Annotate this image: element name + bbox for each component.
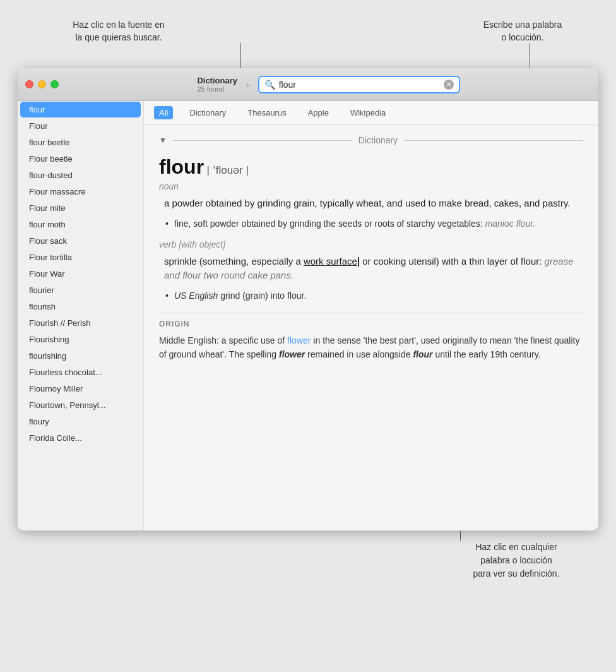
sidebar-item[interactable]: Flour — [20, 118, 141, 134]
sidebar-item[interactable]: Flour War — [20, 266, 141, 282]
sidebar-item[interactable]: flourishing — [20, 348, 141, 364]
main-definition-verb: sprinkle (something, especially a work s… — [164, 255, 583, 283]
traffic-lights — [25, 80, 59, 88]
main-content: All Dictionary Thesaurus Apple Wikipedia… — [144, 101, 598, 531]
close-button[interactable] — [25, 80, 33, 88]
search-clear-button[interactable]: ✕ — [444, 80, 454, 90]
maximize-button[interactable] — [50, 80, 59, 88]
origin-section: ORIGIN Middle English: a specific use of… — [159, 313, 583, 362]
cursor-pos — [358, 257, 359, 267]
section-header: ▼ Dictionary — [159, 135, 583, 145]
main-definition-noun: a powder obtained by grinding grain, typ… — [164, 196, 583, 211]
sidebar-item[interactable]: Flournoy Miller — [20, 381, 141, 397]
sidebar-item[interactable]: floury — [20, 414, 141, 429]
sidebar-item[interactable]: flourier — [20, 282, 141, 298]
sidebar-item[interactable]: Flour mite — [20, 200, 141, 216]
sidebar-item[interactable]: Flour beetle — [20, 151, 141, 167]
noun-section: noun a powder obtained by grinding grain… — [159, 181, 583, 231]
sidebar-item[interactable]: Flour sack — [20, 233, 141, 249]
work-surface-link[interactable]: work surface — [304, 256, 357, 267]
tab-all[interactable]: All — [154, 106, 173, 119]
example-manioc: manioc flour. — [485, 219, 536, 229]
sidebar-item[interactable]: flour — [20, 102, 141, 117]
annotation-top-right: Escribe una palabra o locución. — [466, 19, 579, 44]
sidebar-item[interactable]: Flourish // Perish — [20, 315, 141, 331]
result-count: 25 found — [197, 85, 237, 93]
sidebar-item[interactable]: Florida Colle... — [20, 430, 141, 446]
tab-wikipedia[interactable]: Wikipedia — [345, 106, 391, 119]
origin-flour-bold: flour — [413, 349, 432, 359]
chevron-button[interactable]: › — [244, 78, 252, 91]
annotation-arrow-left — [240, 43, 241, 68]
window-title: Dictionary — [197, 76, 237, 85]
sub-definition-noun: fine, soft powder obtained by grinding t… — [174, 217, 583, 231]
tabs-bar: All Dictionary Thesaurus Apple Wikipedia — [144, 101, 598, 125]
word-entry: flour | ˈflouər | noun a powder obtained… — [159, 155, 583, 361]
sidebar-item[interactable]: flour beetle — [20, 135, 141, 150]
sidebar-item[interactable]: Flourtown, Pennsyl... — [20, 397, 141, 413]
annotation-bottom-right: Haz clic en cualquier palabra o locución… — [453, 541, 579, 580]
dictionary-window: Dictionary 25 found › 🔍 ✕ flourFlourflou… — [18, 68, 598, 531]
annotation-arrow-right — [530, 43, 530, 68]
sidebar-item[interactable]: Flour tortilla — [20, 249, 141, 265]
origin-flower-bold: flower — [279, 349, 305, 359]
minimize-button[interactable] — [38, 80, 46, 88]
tab-thesaurus[interactable]: Thesaurus — [242, 106, 291, 119]
window-title-block: Dictionary 25 found — [197, 76, 237, 93]
tab-apple[interactable]: Apple — [303, 106, 334, 119]
annotation-top-left: Haz clic en la fuente en la que quieras … — [56, 19, 182, 44]
sidebar-item[interactable]: Flourless chocolat... — [20, 364, 141, 380]
sidebar-item[interactable]: flour-dusted — [20, 167, 141, 183]
section-line-left — [173, 140, 352, 141]
dictionary-content: ▼ Dictionary flour | ˈflouər | noun — [144, 125, 598, 531]
section-collapse-triangle[interactable]: ▼ — [159, 136, 167, 145]
pos-noun: noun — [159, 181, 583, 191]
sidebar-item[interactable]: Flour massacre — [20, 184, 141, 200]
search-icon: 🔍 — [264, 80, 275, 90]
origin-flower-link[interactable]: flower — [287, 335, 311, 345]
sub-definition-verb: US English grind (grain) into flour. — [174, 289, 583, 303]
origin-text: Middle English: a specific use of flower… — [159, 333, 583, 362]
section-label: Dictionary — [358, 135, 398, 145]
origin-label: ORIGIN — [159, 313, 583, 328]
section-line-right — [404, 140, 583, 141]
search-input[interactable] — [279, 80, 440, 90]
sidebar-item[interactable]: flour moth — [20, 217, 141, 232]
search-box[interactable]: 🔍 ✕ — [258, 76, 460, 93]
word-headword[interactable]: flour — [159, 155, 204, 178]
sidebar: flourFlourflour beetleFlour beetleflour-… — [18, 101, 144, 531]
word-pronunciation: | ˈflouər | — [207, 164, 249, 176]
tab-dictionary[interactable]: Dictionary — [184, 106, 231, 119]
content-area: flourFlourflour beetleFlour beetleflour-… — [18, 101, 598, 531]
verb-section: verb [with object] sprinkle (something, … — [159, 239, 583, 303]
sidebar-item[interactable]: flourish — [20, 299, 141, 315]
pos-verb: verb [with object] — [159, 239, 583, 249]
titlebar: Dictionary 25 found › 🔍 ✕ — [18, 68, 598, 101]
sidebar-item[interactable]: Flourishing — [20, 332, 141, 347]
annotation-arrow-bottom — [460, 531, 461, 541]
example-grease: grease and flour two round cake pans. — [164, 256, 573, 281]
